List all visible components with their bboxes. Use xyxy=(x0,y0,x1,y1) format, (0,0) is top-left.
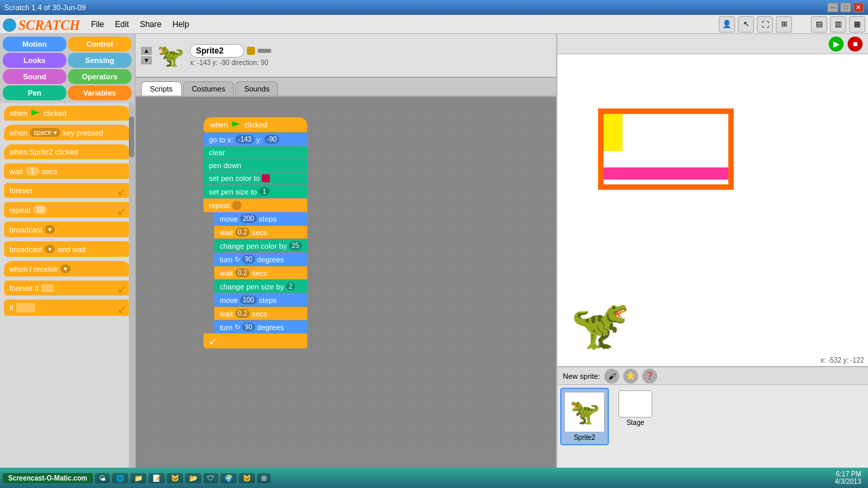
close-button[interactable]: ✕ xyxy=(853,3,864,12)
right-panel: ▶ ■ 🦖 x: -532 y: -122 New sprite: xyxy=(556,34,868,468)
new-sprite-label: New sprite: xyxy=(563,372,600,380)
block-broadcast[interactable]: broadcast ▾ xyxy=(4,222,130,237)
view1-icon[interactable]: ▤ xyxy=(811,16,827,33)
run-button[interactable]: ▶ xyxy=(829,37,844,52)
nav-arrows: ▲ ▼ xyxy=(141,47,152,64)
taskbar-notepad[interactable]: 📝 xyxy=(149,473,165,483)
menu-file[interactable]: File xyxy=(85,18,109,31)
cb-end-repeat: ↙ xyxy=(203,333,307,348)
taskbar-scratch[interactable]: 🐱 xyxy=(167,473,183,483)
script-canvas: when clicked go to x: -143 y: -90 clear … xyxy=(136,97,556,449)
sprite-header: ▲ ▼ 🦖 Sprite2 x: -143 y: -90 direction: … xyxy=(136,34,556,78)
maximize-button[interactable]: □ xyxy=(840,3,851,12)
sprite-coords: x: -143 y: -90 direction: 90 xyxy=(190,59,271,66)
menubar: 🌐 SCRATCH File Edit Share Help 👤 ↖ ⛶ ⊞ ▤… xyxy=(0,15,868,34)
logo-text: SCRATCH xyxy=(18,18,80,33)
cb-goto[interactable]: go to x: -143 y: -90 xyxy=(203,133,307,146)
code-block-group: when clicked go to x: -143 y: -90 clear … xyxy=(203,117,307,348)
sprite-info: Sprite2 x: -143 y: -90 direction: 90 xyxy=(190,44,271,66)
cat-variables[interactable]: Variables xyxy=(68,85,132,100)
tab-scripts[interactable]: Scripts xyxy=(141,81,182,96)
nav-down[interactable]: ▼ xyxy=(141,56,152,64)
taskbar-weather[interactable]: 🌤 xyxy=(95,473,110,483)
star-sprite-btn[interactable]: ⭐ xyxy=(623,369,638,384)
block-when-receive[interactable]: when I receive ▾ xyxy=(4,261,130,277)
cb-clear[interactable]: clear xyxy=(203,146,307,159)
sprite-thumb-sprite2[interactable]: 🦖 Sprite2 xyxy=(560,388,609,445)
tab-costumes[interactable]: Costumes xyxy=(183,81,235,96)
block-repeat[interactable]: repeat 10 ↙ xyxy=(4,202,130,218)
tab-sounds[interactable]: Sounds xyxy=(235,81,278,96)
block-when-sprite-clicked[interactable]: when Sprite2 clicked xyxy=(4,144,130,159)
cb-pen-down[interactable]: pen down xyxy=(203,159,307,171)
block-if[interactable]: if ↙ xyxy=(4,300,130,316)
sprite-name[interactable]: Sprite2 xyxy=(190,44,244,58)
taskbar-grid[interactable]: ⊞ xyxy=(257,473,271,483)
menu-edit[interactable]: Edit xyxy=(110,18,135,31)
taskbar-screencast[interactable]: Screencast-O-Matic.com xyxy=(3,473,93,483)
scrollbar-thumb[interactable] xyxy=(129,117,134,157)
taskbar-explorer[interactable]: 📁 xyxy=(130,473,146,483)
titlebar-controls: ─ □ ✕ xyxy=(827,3,864,12)
cursor-icon[interactable]: ↖ xyxy=(738,16,754,33)
cb-move100[interactable]: move 100 steps xyxy=(214,293,307,306)
cat-control[interactable]: Control xyxy=(68,37,132,52)
cat-sound[interactable]: Sound xyxy=(3,69,66,84)
menu-share[interactable]: Share xyxy=(134,18,167,31)
cb-set-pen-color[interactable]: set pen color to xyxy=(203,172,307,184)
person-icon[interactable]: 👤 xyxy=(719,16,735,33)
scrollbar[interactable] xyxy=(129,103,134,468)
new-sprite-bar: New sprite: 🖌 ⭐ ❓ xyxy=(557,367,868,385)
stop-button[interactable]: ■ xyxy=(848,37,863,52)
cat-motion[interactable]: Motion xyxy=(3,37,66,52)
color-swatch xyxy=(262,174,270,182)
layout-icon[interactable]: ⊞ xyxy=(776,16,792,33)
minimize-button[interactable]: ─ xyxy=(827,3,838,12)
cat-sensing[interactable]: Sensing xyxy=(68,53,132,68)
cb-change-pen-color[interactable]: change pen color by 25 xyxy=(214,239,307,252)
cb-wait1[interactable]: wait 0.2 secs xyxy=(214,226,307,239)
cb-when-clicked[interactable]: when clicked xyxy=(203,117,307,132)
sprite-thumb-stage[interactable]: Stage xyxy=(616,388,655,429)
menu-help[interactable]: Help xyxy=(167,18,195,31)
taskbar-shield[interactable]: 🛡 xyxy=(203,473,218,483)
block-forever[interactable]: forever ↙ xyxy=(4,183,130,198)
cb-turn2[interactable]: turn ↻ 90 degrees xyxy=(214,321,307,333)
cb-wait2[interactable]: wait 0.2 secs xyxy=(214,266,307,279)
taskbar-ie[interactable]: 🌐 xyxy=(112,473,128,483)
stage-toolbar: ▶ ■ xyxy=(557,34,868,54)
cat-looks[interactable]: Looks xyxy=(3,53,66,68)
cb-change-pen-size[interactable]: change pen size by 2 xyxy=(214,280,307,293)
pink-rect xyxy=(604,167,728,180)
fullscreen-icon[interactable]: ⛶ xyxy=(757,16,773,33)
block-broadcast-wait[interactable]: broadcast ▾ and wait xyxy=(4,241,130,257)
stage-coords: x: -532 y: -122 xyxy=(821,357,864,364)
nav-up[interactable]: ▲ xyxy=(141,47,152,55)
cb-turn1[interactable]: turn ↻ 90 degrees xyxy=(214,253,307,266)
block-forever-if[interactable]: forever if ↙ xyxy=(4,281,130,296)
cat-pen[interactable]: Pen xyxy=(3,85,66,100)
cb-repeat[interactable]: repeat xyxy=(203,199,307,212)
taskbar-folder2[interactable]: 📂 xyxy=(185,473,201,483)
yellow-block xyxy=(604,114,623,151)
cat-operators[interactable]: Operators xyxy=(68,69,132,84)
script-tabs: Scripts Costumes Sounds xyxy=(136,78,556,97)
sprite-bar xyxy=(258,49,271,53)
block-when-clicked[interactable]: when clicked xyxy=(4,106,130,121)
paint-sprite-btn[interactable]: 🖌 xyxy=(604,369,619,384)
globe-icon: 🌐 xyxy=(3,18,16,32)
stage-area: ▶ ■ 🦖 x: -532 y: -122 xyxy=(557,34,868,366)
stage-canvas: 🦖 x: -532 y: -122 xyxy=(557,54,868,366)
sprite-lock-icon xyxy=(247,47,255,55)
taskbar-cat[interactable]: 🐱 xyxy=(239,473,255,483)
cb-move200[interactable]: move 200 steps xyxy=(214,212,307,225)
view2-icon[interactable]: ▥ xyxy=(830,16,846,33)
block-when-key[interactable]: when space ▾ key pressed xyxy=(4,125,130,140)
folder-sprite-btn[interactable]: ❓ xyxy=(642,369,657,384)
taskbar-globe[interactable]: 🌍 xyxy=(220,473,237,483)
indented-blocks: move 200 steps wait 0.2 secs change pen … xyxy=(214,212,307,333)
view3-icon[interactable]: ▦ xyxy=(849,16,865,33)
cb-set-pen-size[interactable]: set pen size to 1 xyxy=(203,185,307,198)
block-wait[interactable]: wait 1 secs xyxy=(4,163,130,179)
cb-wait3[interactable]: wait 0.2 secs xyxy=(214,307,307,320)
